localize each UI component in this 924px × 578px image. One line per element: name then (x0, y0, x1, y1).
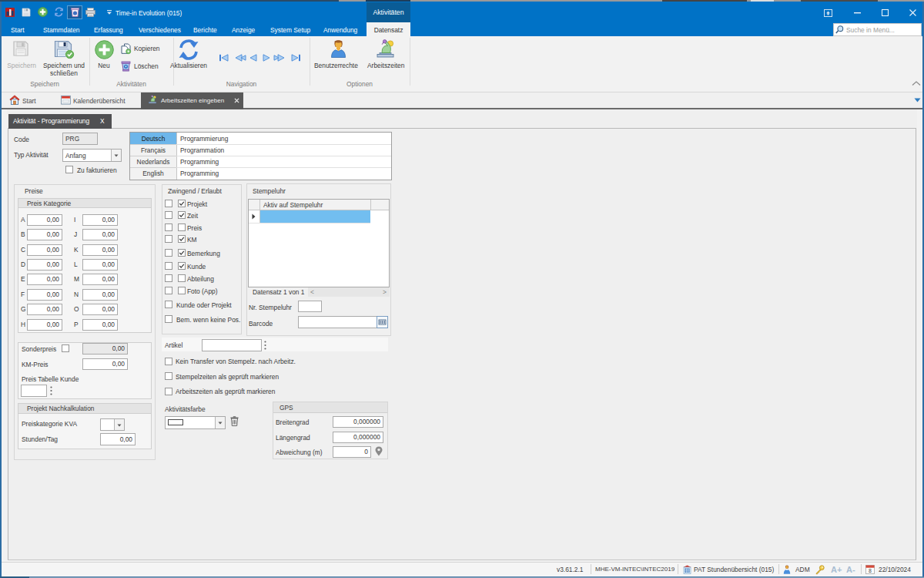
svg-text:8: 8 (869, 568, 872, 573)
